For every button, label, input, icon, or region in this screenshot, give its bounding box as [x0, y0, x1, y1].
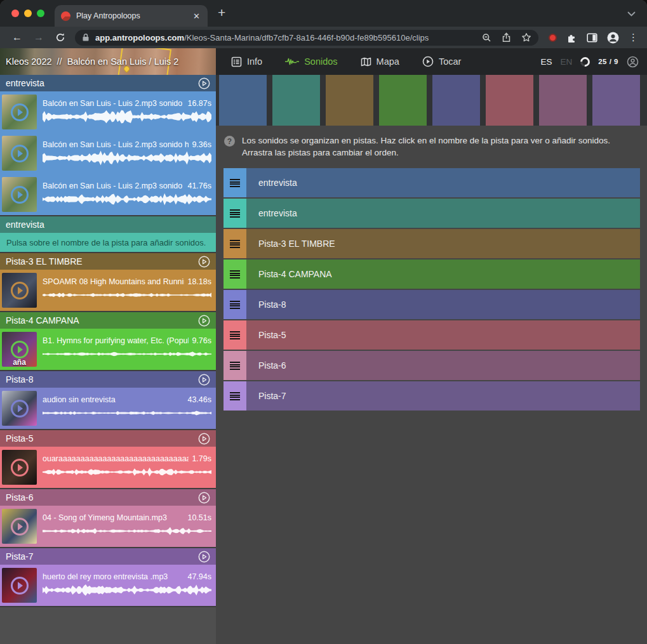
tab-mapa[interactable]: Mapa	[361, 56, 399, 67]
track-row[interactable]: Pista-8	[223, 290, 640, 319]
recording-extension-icon[interactable]	[549, 34, 557, 42]
track-row[interactable]: entrevista	[223, 168, 640, 197]
clip-play-icon[interactable]	[11, 145, 29, 162]
profile-avatar[interactable]	[607, 32, 619, 44]
clip-thumbnail[interactable]	[2, 273, 37, 308]
clip-duration: 43.46s	[187, 395, 211, 404]
share-icon[interactable]	[502, 32, 511, 43]
close-window-button[interactable]	[11, 10, 19, 17]
clip-thumbnail[interactable]	[2, 391, 37, 426]
tab-sonidos[interactable]: Sonidos	[285, 56, 337, 67]
track-row[interactable]: entrevista	[223, 199, 640, 228]
track-header[interactable]: entrevista	[0, 216, 216, 233]
clip-play-icon[interactable]	[11, 341, 29, 358]
play-track-button[interactable]	[198, 374, 210, 386]
track-header[interactable]: Pista-6	[0, 489, 216, 506]
track-header[interactable]: Pista-4 CAMPANA	[0, 312, 216, 329]
clip-waveform	[43, 346, 211, 362]
play-track-button[interactable]	[198, 315, 210, 327]
track-row-body[interactable]: Pista-7	[246, 381, 640, 411]
drag-handle[interactable]	[223, 168, 246, 197]
zoom-window-button[interactable]	[37, 10, 44, 17]
breadcrumb-project[interactable]: Kleos 2022	[6, 56, 52, 67]
minimize-window-button[interactable]	[24, 10, 32, 17]
clip-thumbnail[interactable]: aña	[2, 332, 37, 367]
track-header[interactable]: Pista-5	[0, 430, 216, 447]
drag-handle[interactable]	[223, 260, 246, 289]
audio-clip[interactable]: aña B1. Hymns for purifying water, Etc. …	[0, 329, 216, 370]
side-panel-icon[interactable]	[587, 33, 597, 43]
back-button[interactable]: ←	[6, 32, 28, 43]
track-color-swatch	[379, 75, 427, 126]
tab-close-icon[interactable]: ✕	[192, 11, 201, 21]
clip-thumbnail[interactable]	[2, 450, 37, 485]
clip-play-icon[interactable]	[11, 282, 29, 299]
account-icon[interactable]	[627, 56, 639, 68]
clip-thumbnail[interactable]	[2, 136, 37, 171]
browser-menu-icon[interactable]: ⋮	[629, 32, 638, 43]
track-row-body[interactable]: Pista-3 EL TIMBRE	[246, 229, 640, 258]
extensions-puzzle-icon[interactable]	[566, 32, 577, 43]
drag-handle[interactable]	[223, 229, 246, 258]
play-track-button[interactable]	[198, 433, 210, 445]
track-row[interactable]: Pista-7	[223, 381, 640, 411]
lang-es-button[interactable]: ES	[540, 57, 552, 67]
bookmark-star-icon[interactable]	[521, 32, 531, 43]
audio-clip[interactable]: SPOAMR 08 High Mountains and Running ...…	[0, 270, 216, 311]
url-text: app.antropoloops.com/Kleos-Santa-Marina/…	[90, 33, 474, 43]
track-row-body[interactable]: Pista-6	[246, 351, 640, 380]
track-header[interactable]: Pista-3 EL TIMBRE	[0, 253, 216, 270]
lang-en-button[interactable]: EN	[560, 57, 572, 67]
track-row[interactable]: Pista-4 CAMPANA	[223, 260, 640, 289]
tab-tocar[interactable]: Tocar	[422, 56, 461, 67]
drag-handle[interactable]	[223, 320, 246, 350]
browser-tab[interactable]: Play Antropoloops ✕	[55, 5, 208, 27]
audio-clip[interactable]: audion sin entrevista 43.46s	[0, 388, 216, 429]
clip-thumbnail[interactable]	[2, 509, 37, 544]
help-icon[interactable]: ?	[224, 136, 235, 147]
clip-play-icon[interactable]	[11, 103, 29, 121]
clip-play-icon[interactable]	[11, 186, 29, 204]
tab-info[interactable]: Info	[231, 56, 262, 67]
audio-clip[interactable]: ouaraaaaaaaaaaaaaaaaaaaaaaaaaaaaaaaaaaa.…	[0, 447, 216, 488]
track-row[interactable]: Pista-6	[223, 351, 640, 380]
drag-handle[interactable]	[223, 290, 246, 319]
drag-handle[interactable]	[223, 381, 246, 411]
audio-clip[interactable]: huerto del rey moro entrevista .mp3 47.9…	[0, 565, 216, 606]
drag-handle-icon	[230, 301, 240, 309]
track-header[interactable]: Pista-7	[0, 548, 216, 565]
play-track-button[interactable]	[198, 551, 210, 563]
play-track-button[interactable]	[198, 492, 210, 504]
track-header[interactable]: entrevista	[0, 75, 216, 91]
track-header[interactable]: Pista-8	[0, 371, 216, 388]
track-row-body[interactable]: Pista-8	[246, 290, 640, 319]
clip-play-icon[interactable]	[11, 518, 29, 536]
reload-button[interactable]	[50, 32, 71, 43]
clip-play-icon[interactable]	[11, 459, 29, 476]
play-track-button[interactable]	[198, 77, 210, 89]
clip-play-icon[interactable]	[11, 400, 29, 417]
audio-clip[interactable]: Balcón en San Luis - Luis 2.mp3 sonido h…	[0, 133, 216, 174]
track-row-body[interactable]: entrevista	[246, 199, 640, 228]
address-bar[interactable]: app.antropoloops.com/Kleos-Santa-Marina/…	[75, 30, 538, 46]
audio-clip[interactable]: Balcón en San Luis - Luis 2.mp3 sonido h…	[0, 174, 216, 215]
track-row[interactable]: Pista-3 EL TIMBRE	[223, 229, 640, 258]
play-track-button[interactable]	[198, 256, 210, 268]
clip-play-icon[interactable]	[11, 577, 29, 595]
forward-button[interactable]: →	[28, 32, 50, 43]
track-row-body[interactable]: entrevista	[246, 168, 640, 197]
clip-thumbnail[interactable]	[2, 177, 37, 212]
audio-clip[interactable]: 04 - Song of Yimeng Mountain.mp3 10.51s	[0, 506, 216, 547]
drag-handle[interactable]	[223, 199, 246, 228]
breadcrumb-map-thumbnail[interactable]: Kleos 2022 // Balcón en San Luis / Luis …	[0, 48, 216, 75]
track-row-body[interactable]: Pista-5	[246, 320, 640, 350]
track-row-body[interactable]: Pista-4 CAMPANA	[246, 260, 640, 289]
tab-search-chevron-icon[interactable]	[627, 11, 647, 27]
new-tab-button[interactable]: +	[208, 6, 225, 27]
zoom-page-icon[interactable]	[482, 33, 491, 43]
audio-clip[interactable]: Balcón en San Luis - Luis 2.mp3 sonido h…	[0, 91, 216, 133]
clip-thumbnail[interactable]	[2, 568, 37, 603]
track-row[interactable]: Pista-5	[223, 320, 640, 350]
drag-handle[interactable]	[223, 351, 246, 380]
clip-thumbnail[interactable]	[2, 95, 37, 129]
